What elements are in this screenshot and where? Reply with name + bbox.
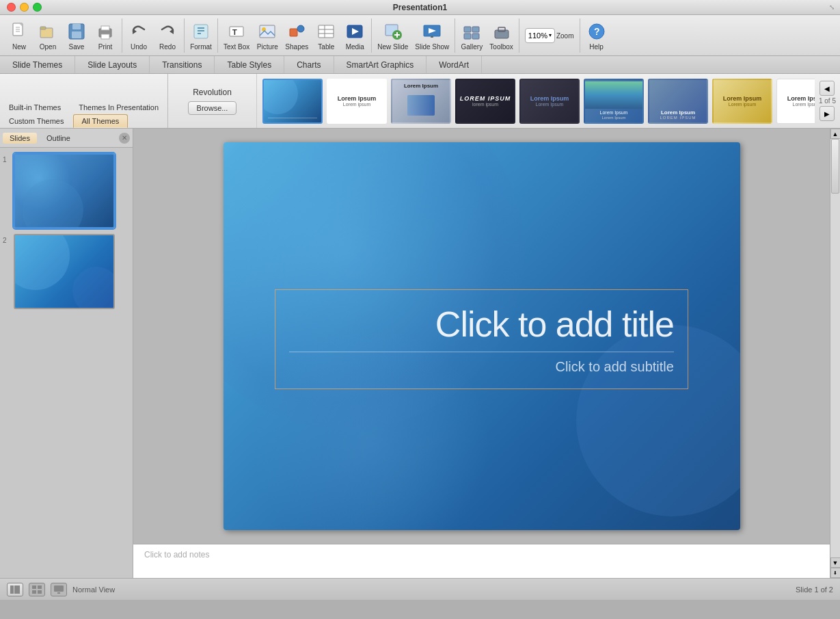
help-button[interactable]: ? Help [583, 19, 610, 52]
separator3 [217, 18, 218, 53]
slide-title-box[interactable]: Click to add title Click to add subtitle [275, 289, 688, 389]
panel-tab-slides[interactable]: Slides [3, 133, 37, 144]
svg-rect-48 [32, 585, 36, 589]
themes-next-button[interactable]: ▶ [819, 106, 835, 121]
theme-thumb-7[interactable]: Lorem Ipsum LOREM IPSUM [648, 79, 708, 124]
status-left: Normal View [7, 583, 115, 596]
picture-button[interactable]: Picture [254, 19, 281, 52]
window-title: Presentation1 [393, 3, 447, 12]
shapes-label: Shapes [285, 43, 308, 51]
subtab-custom[interactable]: Custom Themes [0, 114, 73, 128]
tab-slide-themes[interactable]: Slide Themes [0, 56, 75, 73]
open-button[interactable]: Open [34, 19, 62, 52]
newslide-button[interactable]: New Slide [375, 19, 411, 52]
tab-table-styles[interactable]: Table Styles [215, 56, 284, 73]
slides-list: 1 2 [0, 148, 133, 578]
grid-view-button[interactable] [29, 583, 45, 596]
tab-wordart[interactable]: WordArt [426, 56, 482, 73]
canvas-scroll[interactable]: Click to add title Click to add subtitle [133, 129, 830, 544]
toolbox-icon [491, 21, 513, 42]
list-item[interactable]: 2 [3, 234, 130, 309]
separator2 [184, 18, 185, 53]
slide-canvas[interactable]: Click to add title Click to add subtitle [223, 142, 740, 530]
theme-thumb-1[interactable] [262, 79, 323, 124]
zoom-box[interactable]: 110% ▾ [525, 28, 555, 43]
subtab-presentation[interactable]: Themes In Presentation [70, 101, 167, 114]
scroll-track[interactable] [830, 139, 840, 557]
tab-transitions[interactable]: Transitions [150, 56, 215, 73]
svg-rect-46 [10, 585, 14, 594]
svg-rect-8 [72, 24, 81, 29]
scroll-down-button[interactable]: ▼ [830, 557, 841, 568]
tab-charts[interactable]: Charts [284, 56, 334, 73]
zoom-label: Zoom [556, 32, 574, 40]
slide-subtitle[interactable]: Click to add subtitle [289, 359, 674, 375]
main-content: Slides Outline ✕ 1 2 [0, 129, 840, 578]
textbox-icon: T [226, 21, 247, 42]
normal-view-button[interactable] [7, 583, 23, 596]
toolbox-button[interactable]: Toolbox [487, 19, 515, 52]
slide-thumbnail-2[interactable] [14, 234, 115, 309]
svg-rect-52 [54, 585, 64, 592]
format-button[interactable]: Format [187, 19, 215, 52]
theme-thumb-6[interactable]: Lorem IpsumLorem Ipsum [584, 79, 644, 124]
svg-rect-23 [290, 29, 297, 36]
notes-area[interactable]: Click to add notes [133, 544, 830, 578]
toolbox-label: Toolbox [489, 43, 513, 51]
tab-smartart[interactable]: SmartArt Graphics [334, 56, 427, 73]
theme-thumb-9[interactable]: Lorem Ipsum Lorem Ipsum [776, 79, 815, 124]
svg-rect-53 [57, 592, 60, 594]
textbox-button[interactable]: T Text Box [221, 19, 252, 52]
table-button[interactable]: Table [312, 19, 340, 52]
close-button[interactable] [7, 3, 16, 12]
theme-thumb-8[interactable]: Lorem Ipsum Lorem ipsum [712, 79, 772, 124]
list-item[interactable]: 1 [3, 153, 130, 228]
maximize-button[interactable] [33, 3, 42, 12]
scroll-up-button[interactable]: ▲ [830, 129, 841, 139]
zoom-control[interactable]: 110% ▾ Zoom [522, 27, 577, 44]
newslide-label: New Slide [377, 43, 408, 51]
subtab-builtin[interactable]: Built-in Themes [0, 101, 70, 114]
theme-thumb-2[interactable]: Lorem Ipsum Lorem ipsum [327, 79, 387, 124]
media-button[interactable]: Media [341, 19, 368, 52]
zoom-dropdown-icon[interactable]: ▾ [549, 32, 552, 38]
minimize-button[interactable] [20, 3, 29, 12]
panel-tab-outline[interactable]: Outline [40, 133, 77, 144]
svg-rect-11 [101, 26, 109, 30]
new-button[interactable]: New [5, 19, 33, 52]
scroll-thumb[interactable] [831, 139, 839, 194]
subtab-all[interactable]: All Themes [73, 114, 128, 128]
presenter-view-button[interactable] [51, 583, 67, 596]
shapes-icon [286, 21, 308, 42]
save-icon [66, 21, 87, 42]
svg-rect-41 [472, 34, 479, 39]
gallery-button[interactable]: Gallery [458, 19, 485, 52]
slideshow-button[interactable]: Slide Show [412, 19, 452, 52]
picture-label: Picture [257, 43, 278, 51]
slide-title[interactable]: Click to add title [289, 304, 674, 345]
svg-text:?: ? [594, 26, 600, 37]
slide-panel: Slides Outline ✕ 1 2 [0, 129, 133, 578]
themes-prev-button[interactable]: ◀ [819, 81, 835, 96]
panel-close-button[interactable]: ✕ [119, 133, 130, 144]
vertical-scrollbar[interactable]: ▲ ▼ ⬇ [830, 129, 840, 578]
theme-thumb-5[interactable]: Lorem Ipsum Lorem Ipsum [519, 79, 580, 124]
theme-thumb-3[interactable]: Lorem Ipsum [391, 79, 451, 124]
slide-thumbnail-1[interactable] [14, 153, 115, 228]
undo-button[interactable]: Undo [125, 19, 152, 52]
media-icon [344, 21, 366, 42]
redo-button[interactable]: Redo [154, 19, 181, 52]
new-label: New [12, 43, 26, 51]
svg-text:T: T [232, 28, 237, 36]
theme-thumb-4[interactable]: LOREM IPSUM lorem ipsum [455, 79, 515, 124]
print-button[interactable]: Print [92, 19, 119, 52]
browse-button[interactable]: Browse... [188, 101, 237, 115]
svg-rect-12 [101, 34, 109, 39]
scroll-bottom-button[interactable]: ⬇ [830, 568, 841, 578]
svg-rect-39 [472, 27, 479, 32]
save-button[interactable]: Save [63, 19, 90, 52]
slide-number-1: 1 [3, 153, 14, 163]
shapes-button[interactable]: Shapes [282, 19, 311, 52]
help-label: Help [589, 43, 604, 51]
tab-slide-layouts[interactable]: Slide Layouts [75, 56, 150, 73]
